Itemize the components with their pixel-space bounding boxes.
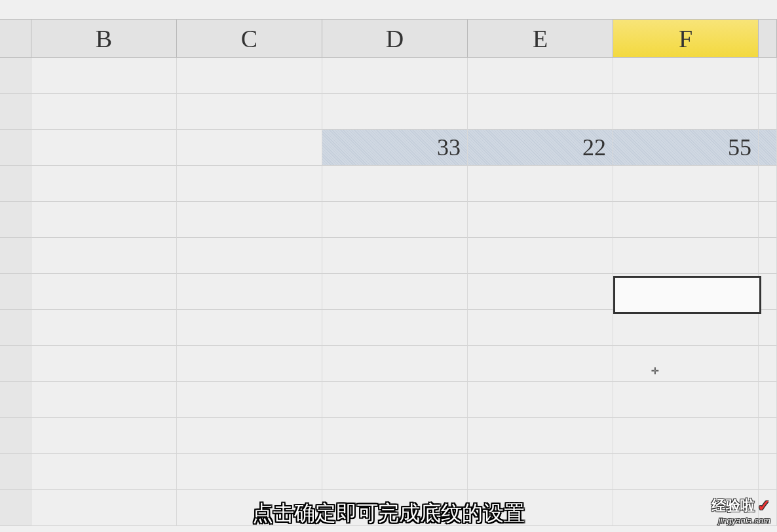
- cell[interactable]: [322, 382, 468, 418]
- cell[interactable]: [31, 454, 177, 490]
- row-header[interactable]: [0, 274, 31, 310]
- cell[interactable]: [613, 382, 759, 418]
- cell[interactable]: [468, 346, 613, 382]
- cell[interactable]: [759, 382, 777, 418]
- cell[interactable]: [468, 166, 613, 202]
- column-header-e[interactable]: E: [468, 20, 613, 58]
- select-all-corner[interactable]: [0, 20, 31, 58]
- cell[interactable]: [177, 94, 322, 130]
- cell[interactable]: [31, 382, 177, 418]
- cell[interactable]: [468, 238, 613, 274]
- cell[interactable]: [322, 454, 468, 490]
- row-3: 33 22 55: [0, 130, 777, 166]
- cell[interactable]: [759, 310, 777, 346]
- cell[interactable]: [31, 418, 177, 454]
- row-header[interactable]: [0, 166, 31, 202]
- column-header-d[interactable]: D: [322, 20, 468, 58]
- cell[interactable]: [322, 418, 468, 454]
- row-header[interactable]: [0, 346, 31, 382]
- cell-e3[interactable]: 22: [468, 130, 613, 166]
- column-header-g[interactable]: [759, 20, 777, 58]
- cell[interactable]: [177, 310, 322, 346]
- cell[interactable]: [759, 346, 777, 382]
- cell[interactable]: [31, 274, 177, 310]
- cell[interactable]: [468, 382, 613, 418]
- cell[interactable]: [468, 58, 613, 94]
- cell[interactable]: [177, 238, 322, 274]
- cell[interactable]: [177, 202, 322, 238]
- cell[interactable]: [759, 166, 777, 202]
- cell[interactable]: [759, 130, 777, 166]
- cell[interactable]: [177, 346, 322, 382]
- cell[interactable]: [322, 202, 468, 238]
- row-header[interactable]: [0, 454, 31, 490]
- cell[interactable]: [322, 310, 468, 346]
- cell[interactable]: [613, 202, 759, 238]
- row-header[interactable]: [0, 202, 31, 238]
- cell[interactable]: [759, 238, 777, 274]
- row-header[interactable]: [0, 130, 31, 166]
- cell[interactable]: [759, 58, 777, 94]
- cell[interactable]: [468, 94, 613, 130]
- cell[interactable]: [613, 166, 759, 202]
- cell[interactable]: [177, 274, 322, 310]
- column-header-f[interactable]: F: [613, 20, 759, 58]
- row-5: [0, 202, 777, 238]
- row-header[interactable]: [0, 418, 31, 454]
- row-1: [0, 58, 777, 94]
- cell[interactable]: [468, 418, 613, 454]
- row-6: [0, 238, 777, 274]
- cell[interactable]: [177, 418, 322, 454]
- column-header-b[interactable]: B: [31, 20, 177, 58]
- cell[interactable]: [322, 166, 468, 202]
- cell[interactable]: [177, 382, 322, 418]
- cell[interactable]: [31, 346, 177, 382]
- cell[interactable]: [31, 202, 177, 238]
- cell[interactable]: [759, 274, 777, 310]
- cell[interactable]: [759, 202, 777, 238]
- cell[interactable]: [613, 58, 759, 94]
- column-header-row: B C D E F: [0, 20, 777, 58]
- cell[interactable]: [613, 346, 759, 382]
- row-header[interactable]: [0, 238, 31, 274]
- cell[interactable]: [31, 310, 177, 346]
- cell[interactable]: [759, 418, 777, 454]
- row-header[interactable]: [0, 382, 31, 418]
- cell[interactable]: [759, 454, 777, 490]
- cell[interactable]: [177, 130, 322, 166]
- cell[interactable]: [613, 274, 759, 310]
- cell[interactable]: [177, 454, 322, 490]
- cell[interactable]: [322, 274, 468, 310]
- cell[interactable]: [177, 58, 322, 94]
- cell[interactable]: [322, 238, 468, 274]
- row-header[interactable]: [0, 58, 31, 94]
- cell[interactable]: [322, 94, 468, 130]
- cell[interactable]: [322, 346, 468, 382]
- row-header[interactable]: [0, 310, 31, 346]
- row-8: [0, 310, 777, 346]
- cell[interactable]: [177, 166, 322, 202]
- cell[interactable]: [31, 58, 177, 94]
- cell[interactable]: [613, 310, 759, 346]
- cell[interactable]: [31, 166, 177, 202]
- cell[interactable]: [613, 418, 759, 454]
- cell[interactable]: [468, 274, 613, 310]
- cell[interactable]: [31, 130, 177, 166]
- cell-f3[interactable]: 55: [613, 130, 759, 166]
- cell[interactable]: [31, 238, 177, 274]
- cell[interactable]: [31, 490, 177, 526]
- cell[interactable]: [613, 454, 759, 490]
- cell-d3[interactable]: 33: [322, 130, 468, 166]
- cell[interactable]: [322, 58, 468, 94]
- row-header[interactable]: [0, 490, 31, 526]
- watermark: 经验啦 ✓ jingyanla.com: [711, 496, 770, 525]
- cell[interactable]: [31, 94, 177, 130]
- cell[interactable]: [468, 310, 613, 346]
- cell[interactable]: [468, 454, 613, 490]
- cell[interactable]: [613, 238, 759, 274]
- cell[interactable]: [613, 94, 759, 130]
- cell[interactable]: [468, 202, 613, 238]
- row-header[interactable]: [0, 94, 31, 130]
- column-header-c[interactable]: C: [177, 20, 322, 58]
- cell[interactable]: [759, 94, 777, 130]
